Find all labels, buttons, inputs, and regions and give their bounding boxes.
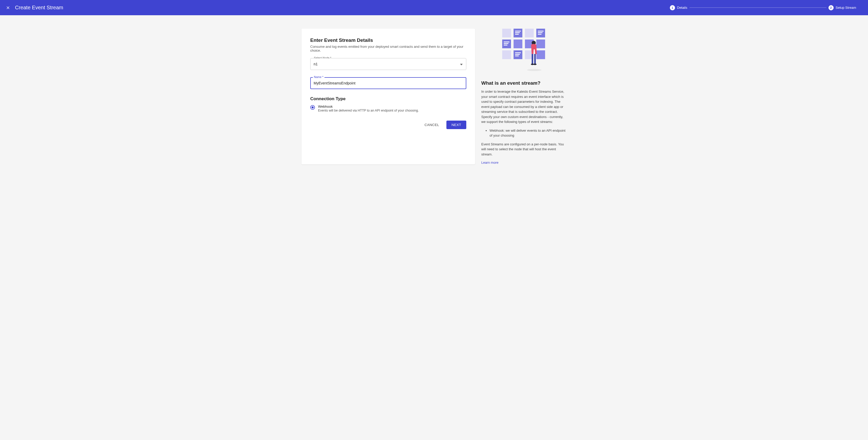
person-tiles-illustration (498, 29, 550, 72)
svg-rect-11 (504, 41, 509, 42)
close-button[interactable] (6, 5, 10, 10)
connection-type-heading: Connection Type (310, 96, 466, 101)
side-panel: What is an event stream? In order to lev… (481, 29, 566, 164)
webhook-option[interactable]: Webhook Events will be delivered via HTT… (310, 104, 466, 112)
svg-rect-17 (502, 50, 511, 59)
select-node-dropdown[interactable]: n1 (310, 58, 466, 70)
svg-point-29 (527, 69, 541, 71)
svg-rect-8 (538, 32, 542, 33)
page-title: Create Event Stream (15, 5, 63, 10)
svg-rect-5 (525, 29, 534, 37)
learn-more-link[interactable]: Learn more (481, 161, 498, 164)
svg-rect-23 (536, 50, 545, 59)
form-actions: CANCEL NEXT (310, 121, 466, 129)
svg-rect-3 (515, 32, 520, 33)
step-connector (689, 7, 827, 8)
side-heading: What is an event stream? (481, 80, 566, 86)
side-bullets: Webhook: we will deliver events to an AP… (481, 128, 566, 138)
webhook-label: Webhook (318, 104, 419, 108)
svg-rect-7 (538, 31, 544, 32)
svg-rect-20 (515, 54, 520, 55)
svg-rect-13 (504, 45, 507, 45)
next-button[interactable]: NEXT (446, 121, 466, 129)
name-input[interactable] (310, 77, 466, 89)
svg-rect-9 (538, 34, 541, 35)
step-2-label: Setup Stream (836, 6, 857, 9)
side-bullet-webhook: Webhook: we will deliver events to an AP… (490, 128, 566, 138)
step-1-circle: 1 (670, 5, 675, 10)
select-node-field: Select Node * n1 (310, 58, 466, 70)
webhook-desc: Events will be delivered via HTTP to an … (318, 109, 419, 112)
svg-rect-2 (515, 31, 521, 32)
svg-rect-19 (515, 53, 521, 53)
radio-selected-icon (310, 105, 315, 110)
step-details: 1 Details (670, 5, 687, 10)
svg-rect-12 (504, 43, 508, 44)
header-bar: Create Event Stream 1 Details 2 Setup St… (0, 0, 868, 15)
name-label: Name * (313, 75, 324, 78)
form-heading: Enter Event Stream Details (310, 37, 466, 43)
side-paragraph-1: In order to leverage the Kaleido Event S… (481, 89, 566, 124)
svg-rect-0 (502, 29, 511, 37)
step-setup-stream: 2 Setup Stream (829, 5, 857, 10)
cancel-button[interactable]: CANCEL (419, 121, 444, 129)
svg-rect-26 (534, 54, 536, 64)
main-content: Enter Event Stream Details Consume and l… (0, 15, 868, 178)
svg-point-28 (533, 64, 536, 65)
svg-rect-14 (514, 39, 522, 48)
svg-rect-4 (515, 34, 519, 35)
step-1-label: Details (677, 6, 687, 9)
step-2-circle: 2 (829, 5, 834, 10)
svg-rect-21 (515, 56, 519, 56)
svg-rect-25 (532, 54, 533, 64)
form-subheading: Consume and log events emitted from your… (310, 45, 466, 53)
stepper: 1 Details 2 Setup Stream (670, 5, 862, 10)
side-paragraph-2: Event Streams are configured on a per-no… (481, 142, 566, 157)
select-node-value: n1 (310, 58, 466, 70)
svg-rect-16 (536, 39, 545, 48)
close-icon (6, 5, 10, 10)
name-field: Name * (310, 77, 466, 89)
illustration (481, 29, 566, 72)
form-card: Enter Event Stream Details Consume and l… (302, 29, 475, 164)
